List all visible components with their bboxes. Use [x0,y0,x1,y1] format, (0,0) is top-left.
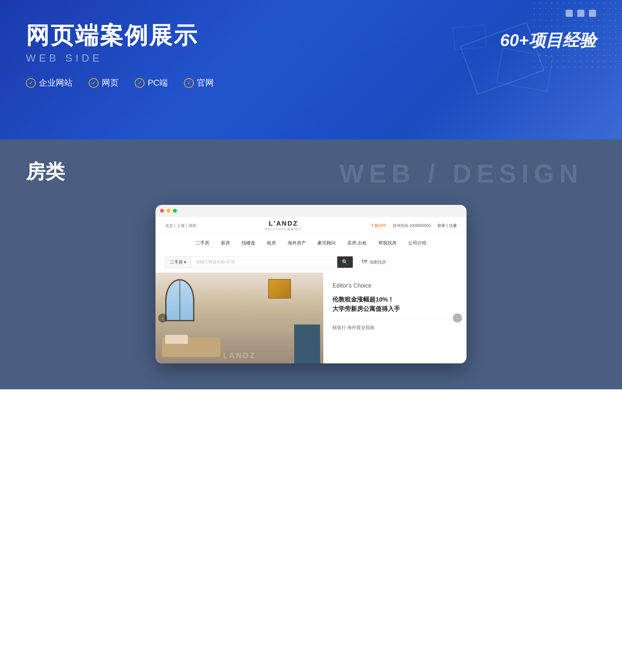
map-search[interactable]: 🗺 地图找房 [361,259,386,265]
landz-logo: L'ANDZ [265,220,302,227]
nav-rent[interactable]: 租房 [267,240,276,246]
landz-logo-area: L'ANDZ REALTORS 精装地产 [265,220,302,231]
hero-title: 网页端案例展示 [26,23,596,48]
section2-title: 房类 [26,159,65,185]
tag-enterprise: ✓ 企业网站 [26,77,73,89]
nav-secondhand[interactable]: 二手房 [196,240,209,246]
landz-watermark: LANDZ [223,351,256,360]
room-illustration: LANDZ [156,273,323,363]
landz-logo-sub: REALTORS 精装地产 [265,227,302,231]
nav-newhouse[interactable]: 新房 [221,240,230,246]
section2-header: 房类 WEB / DESIGN [26,159,596,189]
hero-room-image: LANDZ ‹ [156,273,323,363]
room-artwork [268,279,291,298]
landz-search-area: 二手房 ▾ 请输入楼盘名称/区域 🔍 🗺 地图找房 [156,252,466,273]
landz-topright: 下载APP 咨询热线 4008889950 登录丨注册 [371,223,457,228]
tag-pc: ✓ PC端 [135,77,168,89]
nav-overseas[interactable]: 海外房产 [288,240,306,246]
landz-topbar: 北京丨上海丨深圳 L'ANDZ REALTORS 精装地产 下载APP 咨询热线… [156,217,466,235]
landz-search-box: 二手房 ▾ 请输入楼盘名称/区域 🔍 [165,256,353,268]
check-icon-official: ✓ [184,78,194,88]
nav-findbuilding[interactable]: 找楼盘 [242,240,255,246]
landz-logo-text: L'ANDZ [269,220,298,227]
landz-hero-area: LANDZ ‹ Editor's Choice 伦敦租金涨幅超10%！ 大学旁新… [156,273,466,363]
landz-download[interactable]: 下载APP [371,223,386,228]
tag-webpage: ✓ 网页 [89,77,118,89]
landz-login[interactable]: 登录丨注册 [437,223,457,228]
nav-sell[interactable]: 卖房·出租 [347,240,367,246]
tag-official-label: 官网 [197,77,214,89]
next-button[interactable]: › [453,314,462,323]
landz-cities: 北京丨上海丨深圳 [165,223,196,228]
landz-website: 北京丨上海丨深圳 L'ANDZ REALTORS 精装地产 下载APP 咨询热线… [156,217,466,363]
landz-hotline: 咨询热线 4008889950 [393,223,431,228]
prev-button[interactable]: ‹ [158,314,167,323]
browser-mockup: 北京丨上海丨深圳 L'ANDZ REALTORS 精装地产 下载APP 咨询热线… [156,205,466,363]
section2-watermark: WEB / DESIGN [340,159,583,189]
tag-enterprise-label: 企业网站 [39,77,73,89]
editorial-headline: 伦敦租金涨幅超10%！ 大学旁新房公寓值得入手 [333,295,457,314]
nav-helpfind[interactable]: 帮我找房 [378,240,396,246]
browser-maximize-btn[interactable] [173,209,177,213]
editorial-sub: 丽兹行·海外置业指南 [333,320,457,331]
room-pillow [165,335,188,344]
chevron-down-icon: ▾ [184,260,186,264]
tag-webpage-label: 网页 [102,77,118,89]
search-input[interactable]: 请输入楼盘名称/区域 [191,256,337,268]
hotline-number: 4008889950 [409,223,431,228]
browser-bar [156,205,466,217]
browser-close-btn[interactable] [160,209,164,213]
headline-line1: 伦敦租金涨幅超10%！ [333,295,457,305]
check-icon-pc: ✓ [135,78,144,88]
editors-choice-label: Editor's Choice [333,282,457,289]
check-icon-webpage: ✓ [89,78,99,88]
hero-subtitle: WEB SIDE [26,52,596,64]
search-button[interactable]: 🔍 [337,256,353,268]
search-placeholder: 请输入楼盘名称/区域 [196,259,235,264]
check-icon-enterprise: ✓ [26,78,36,88]
editorial-content: Editor's Choice 伦敦租金涨幅超10%！ 大学旁新房公寓值得入手 … [323,273,466,363]
room-cabinet [294,324,320,363]
tag-pc-label: PC端 [148,77,168,89]
nav-about[interactable]: 公司介绍 [408,240,426,246]
search-icon: 🔍 [342,259,348,265]
hotline-label: 咨询热线 [393,223,408,228]
tag-official: ✓ 官网 [184,77,214,89]
map-search-label: 地图找房 [369,259,386,265]
nav-luxury[interactable]: 豪宅顾问 [317,240,336,246]
hero-tags: ✓ 企业网站 ✓ 网页 ✓ PC端 ✓ 官网 [26,77,596,89]
hero-section: 60+项目经验 网页端案例展示 WEB SIDE ✓ 企业网站 ✓ 网页 ✓ P… [0,0,622,139]
room-window [165,279,195,321]
headline-line2: 大学旁新房公寓值得入手 [333,305,457,314]
real-estate-section: 房类 WEB / DESIGN 北京丨上海丨深圳 L'ANDZ REALTORS… [0,139,622,389]
landz-nav: 二手房 新房 找楼盘 租房 海外房产 豪宅顾问 卖房·出租 帮我找房 公司介绍 [156,235,466,252]
map-icon: 🗺 [361,259,367,265]
browser-minimize-btn[interactable] [167,209,170,213]
search-type-label: 二手房 [170,259,183,265]
search-type-selector[interactable]: 二手房 ▾ [166,256,191,268]
